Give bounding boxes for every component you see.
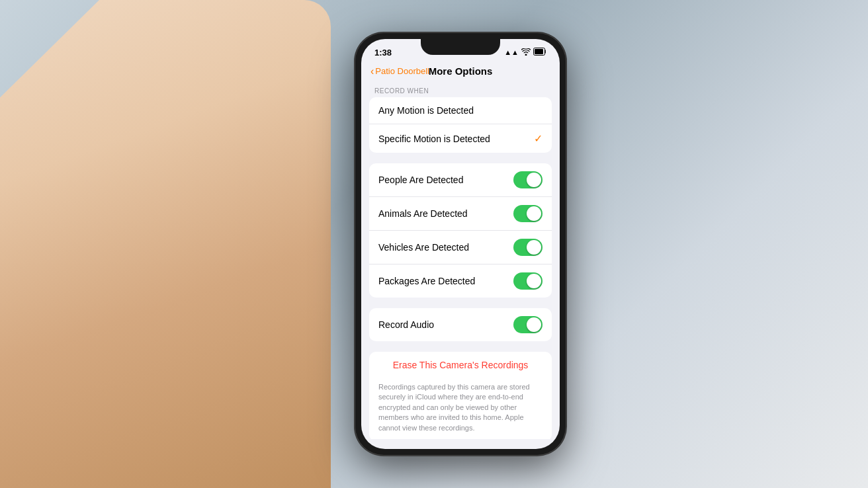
record-audio-card: Record Audio: [369, 308, 552, 341]
status-icons: ▲▲: [504, 48, 546, 57]
record-audio-toggle[interactable]: [513, 316, 542, 333]
detection-types-card: People Are Detected Animals Are Detected…: [369, 163, 552, 298]
specific-motion-label: Specific Motion is Detected: [378, 134, 490, 144]
specific-motion-item[interactable]: Specific Motion is Detected ✓: [369, 124, 552, 153]
people-detected-label: People Are Detected: [378, 175, 463, 185]
back-button[interactable]: ‹ Patio Doorbell: [370, 65, 429, 77]
people-detected-toggle[interactable]: [513, 171, 542, 188]
vehicles-detected-item[interactable]: Vehicles Are Detected: [369, 231, 552, 264]
phone-wrapper: 1:38 ▲▲: [355, 32, 566, 456]
animals-detected-item[interactable]: Animals Are Detected: [369, 197, 552, 231]
record-when-card: Any Motion is Detected Specific Motion i…: [369, 97, 552, 153]
erase-description: Recordings captured by this camera are s…: [369, 378, 552, 439]
packages-toggle-knob: [527, 274, 541, 288]
erase-button[interactable]: Erase This Camera's Recordings: [369, 352, 552, 378]
phone-device: 1:38 ▲▲: [355, 32, 566, 456]
packages-detected-item[interactable]: Packages Are Detected: [369, 264, 552, 298]
animals-detected-toggle[interactable]: [513, 205, 542, 222]
svg-rect-1: [535, 49, 543, 54]
battery-icon: [533, 48, 546, 57]
packages-detected-label: Packages Are Detected: [378, 276, 475, 286]
phone-screen: 1:38 ▲▲: [361, 39, 560, 449]
back-label[interactable]: Patio Doorbell: [375, 66, 429, 76]
vehicles-toggle-knob: [527, 240, 541, 255]
animals-detected-label: Animals Are Detected: [378, 208, 468, 219]
record-when-label: RECORD WHEN: [369, 82, 552, 97]
packages-detected-toggle[interactable]: [513, 272, 542, 290]
any-motion-item[interactable]: Any Motion is Detected: [369, 97, 552, 124]
audio-toggle-knob: [527, 317, 541, 332]
record-audio-item[interactable]: Record Audio: [369, 308, 552, 341]
content-area: RECORD WHEN Any Motion is Detected Speci…: [361, 82, 560, 439]
signal-icon: ▲▲: [504, 48, 519, 56]
wifi-icon: [521, 48, 531, 57]
nav-bar: ‹ Patio Doorbell More Options: [361, 63, 560, 82]
vehicles-detected-toggle[interactable]: [513, 239, 542, 256]
people-detected-item[interactable]: People Are Detected: [369, 163, 552, 197]
hand-background: [0, 0, 331, 488]
people-toggle-knob: [527, 173, 541, 187]
record-audio-label: Record Audio: [378, 319, 434, 330]
animals-toggle-knob: [527, 206, 541, 221]
status-time: 1:38: [374, 48, 392, 58]
any-motion-label: Any Motion is Detected: [378, 105, 474, 116]
nav-title: More Options: [429, 65, 493, 77]
back-chevron-icon: ‹: [370, 65, 374, 77]
phone-notch: [421, 39, 500, 55]
specific-motion-checkmark: ✓: [534, 132, 542, 145]
erase-card: Erase This Camera's Recordings Recording…: [369, 352, 552, 439]
vehicles-detected-label: Vehicles Are Detected: [378, 242, 469, 253]
